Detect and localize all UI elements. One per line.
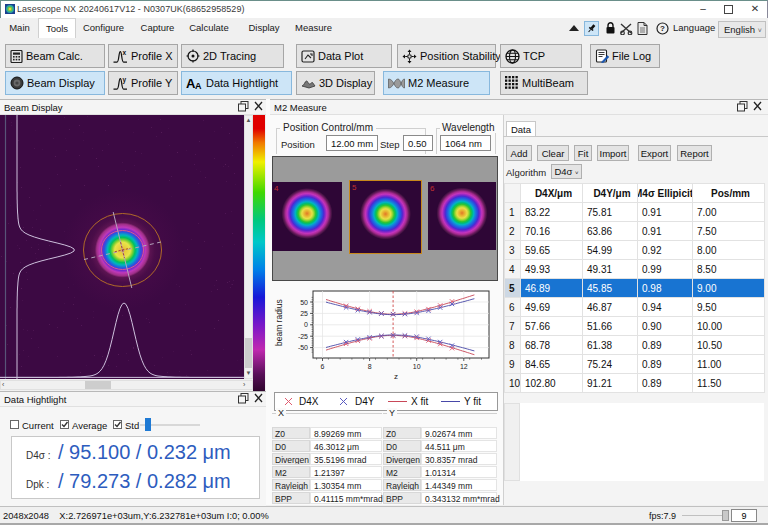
svg-text:5: 5 bbox=[352, 183, 357, 192]
svg-text:8: 8 bbox=[368, 363, 372, 370]
svg-text:-50: -50 bbox=[298, 344, 308, 351]
svg-text:beam radius: beam radius bbox=[274, 299, 284, 346]
svg-text:x: x bbox=[123, 49, 127, 56]
svg-text:6: 6 bbox=[430, 184, 435, 193]
svg-text:?: ? bbox=[660, 24, 665, 33]
svg-text:-25: -25 bbox=[298, 333, 308, 340]
svg-text:A: A bbox=[195, 81, 202, 90]
svg-text:0: 0 bbox=[304, 321, 308, 328]
svg-text:10: 10 bbox=[413, 363, 421, 370]
svg-text:12: 12 bbox=[460, 363, 468, 370]
svg-text:25: 25 bbox=[300, 310, 308, 317]
svg-text:4: 4 bbox=[274, 184, 279, 193]
svg-text:6: 6 bbox=[321, 363, 325, 370]
svg-text:50: 50 bbox=[300, 299, 308, 306]
svg-text:z: z bbox=[394, 372, 398, 380]
svg-text:y: y bbox=[123, 76, 127, 84]
